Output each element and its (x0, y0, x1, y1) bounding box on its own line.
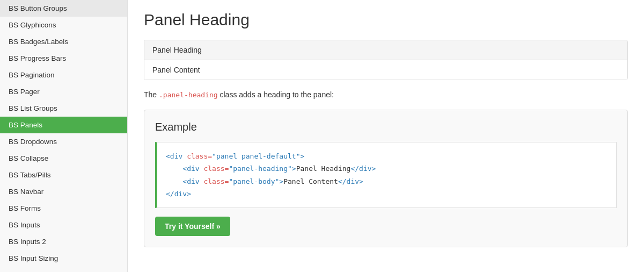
description-class: .panel-heading (159, 91, 218, 99)
code-block: <div class="panel panel-default"> <div c… (155, 142, 617, 209)
example-box: Example <div class="panel panel-default"… (144, 110, 628, 248)
sidebar-item-bs-glyphicons[interactable]: BS Glyphicons (0, 17, 127, 33)
sidebar-item-bs-pager[interactable]: BS Pager (0, 83, 127, 100)
code-text-2: Panel Heading (296, 164, 351, 173)
sidebar-item-bs-dropdowns[interactable]: BS Dropdowns (0, 133, 127, 150)
panel-demo-body: Panel Content (144, 60, 627, 80)
code-attr-3: class= (203, 177, 229, 185)
sidebar-item-bs-input-sizing[interactable]: BS Input Sizing (0, 250, 127, 267)
panel-demo: Panel Heading Panel Content (144, 40, 628, 80)
code-text-3: Panel Content (283, 177, 338, 185)
code-value: "panel panel-default" (212, 152, 300, 160)
sidebar-item-bs-collapse[interactable]: BS Collapse (0, 150, 127, 167)
sidebar-item-bs-panels[interactable]: BS Panels (0, 117, 127, 133)
sidebar-item-bs-badges-labels[interactable]: BS Badges/Labels (0, 33, 127, 50)
code-line-1: <div class="panel panel-default"> (166, 150, 608, 162)
sidebar-item-bs-list-groups[interactable]: BS List Groups (0, 100, 127, 117)
sidebar-item-bs-media-objects[interactable]: BS Media Objects (0, 267, 127, 272)
main-content: Panel Heading Panel Heading Panel Conten… (128, 0, 644, 272)
code-tag-2: <div (182, 164, 203, 173)
code-line-4: </div> (166, 188, 608, 200)
code-closetag-3: </div> (338, 177, 363, 185)
code-attr-2: class= (203, 164, 229, 173)
code-value-2: "panel-heading" (229, 164, 291, 173)
code-closetag-4: </div> (166, 190, 191, 198)
code-line-3: <div class="panel-body">Panel Content</d… (166, 175, 608, 188)
example-title: Example (155, 121, 617, 133)
sidebar-item-bs-inputs[interactable]: BS Inputs (0, 217, 127, 233)
code-value-3: "panel-body" (229, 177, 279, 185)
code-close-2: > (292, 164, 296, 173)
code-closetag-2: </div> (350, 164, 376, 173)
code-attr: class= (187, 152, 212, 160)
sidebar: BS Button GroupsBS GlyphiconsBS Badges/L… (0, 0, 128, 272)
code-line-2: <div class="panel-heading">Panel Heading… (166, 162, 608, 175)
try-it-yourself-button[interactable]: Try it Yourself » (155, 217, 230, 236)
sidebar-item-bs-navbar[interactable]: BS Navbar (0, 183, 127, 200)
sidebar-item-bs-pagination[interactable]: BS Pagination (0, 67, 127, 83)
code-close-3: > (279, 177, 283, 185)
description-before: The (144, 90, 159, 99)
code-close: > (300, 152, 304, 160)
sidebar-item-bs-tabs-pills[interactable]: BS Tabs/Pills (0, 167, 127, 183)
description-after: class adds a heading to the panel: (218, 90, 334, 99)
description: The .panel-heading class adds a heading … (144, 89, 628, 101)
sidebar-item-bs-inputs-2[interactable]: BS Inputs 2 (0, 233, 127, 250)
code-tag-3: <div (182, 177, 203, 185)
sidebar-item-bs-progress-bars[interactable]: BS Progress Bars (0, 50, 127, 67)
sidebar-item-bs-button-groups[interactable]: BS Button Groups (0, 0, 127, 17)
panel-demo-heading: Panel Heading (144, 40, 627, 60)
page-title: Panel Heading (144, 11, 628, 29)
sidebar-item-bs-forms[interactable]: BS Forms (0, 200, 127, 217)
code-tag: <div (166, 152, 187, 160)
